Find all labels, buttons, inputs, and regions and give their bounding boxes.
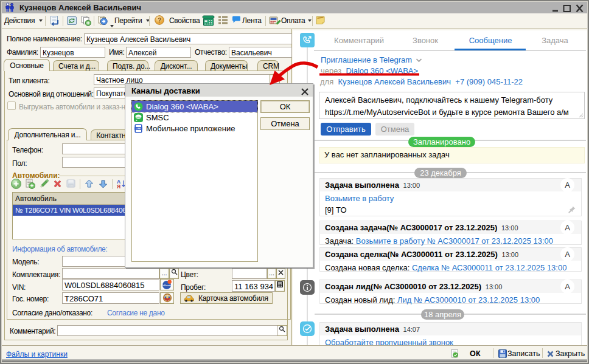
svg-text:ГОК: ГОК [69, 185, 74, 187]
svg-text:VinDecoder: VinDecoder [162, 284, 172, 287]
svg-text:?: ? [158, 17, 161, 24]
svg-text:sms: sms [136, 115, 141, 118]
svg-text:LINK: LINK [136, 127, 141, 129]
svg-text:Я: Я [117, 184, 120, 189]
